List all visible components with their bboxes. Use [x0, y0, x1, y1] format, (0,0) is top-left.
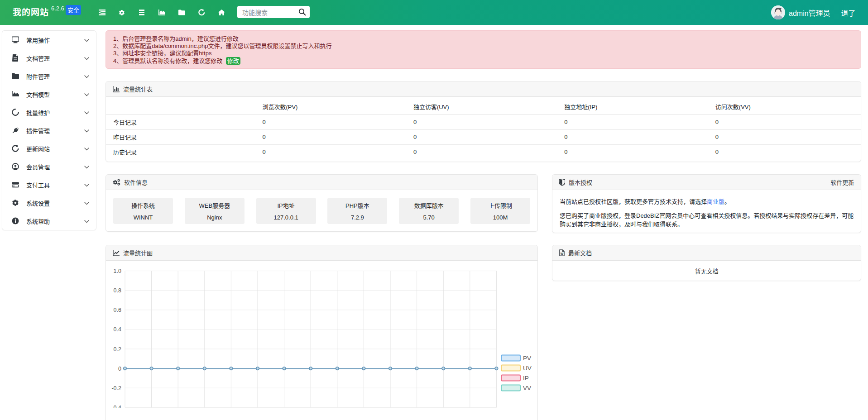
- svg-text:0.2: 0.2: [114, 346, 121, 353]
- svg-text:IP: IP: [523, 375, 529, 382]
- svg-text:-0.4: -0.4: [111, 405, 121, 408]
- svg-text:W: W: [561, 252, 564, 255]
- svg-text:PV: PV: [523, 355, 531, 362]
- svg-text:UV: UV: [523, 365, 532, 372]
- svg-text:-0.2: -0.2: [111, 385, 121, 391]
- svg-text:0.6: 0.6: [114, 307, 121, 313]
- svg-text:0: 0: [118, 366, 121, 372]
- svg-text:0.8: 0.8: [114, 287, 121, 294]
- svg-text:1.0: 1.0: [114, 268, 121, 274]
- svg-text:0.4: 0.4: [114, 326, 121, 333]
- svg-text:VV: VV: [523, 385, 531, 391]
